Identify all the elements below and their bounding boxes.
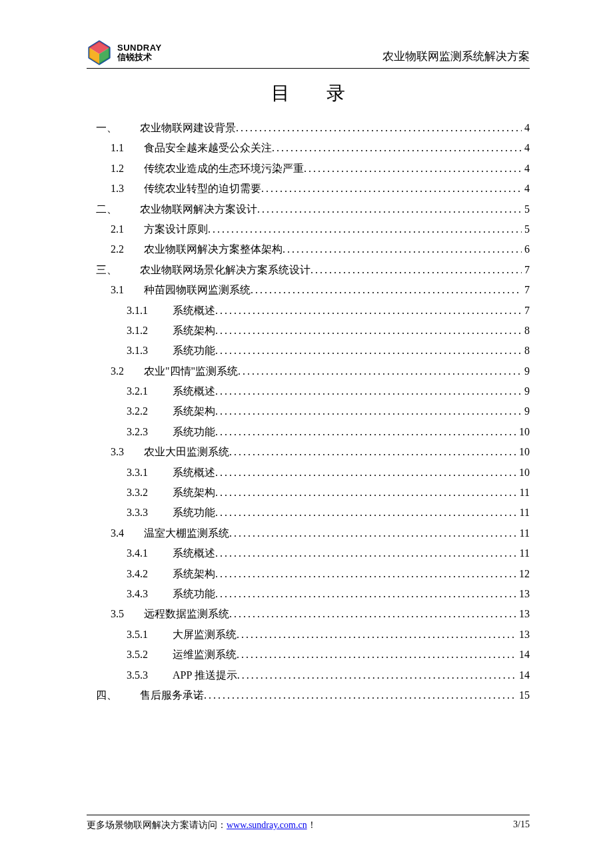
toc-entry-page: 11 [517,543,530,563]
toc-leader-dots [261,179,522,199]
toc-leader-dots [229,604,516,624]
toc-entry-page: 11 [517,483,530,503]
toc-entry-label: 运维监测系统 [173,645,237,665]
toc-entry-label: 大屏监测系统 [173,625,237,645]
toc-entry-label: 远程数据监测系统 [144,604,229,624]
toc-entry-page: 4 [522,138,530,158]
toc-entry-number: 3.4 [111,523,137,543]
toc-leader-dots [283,239,522,259]
footer-suffix: ！ [307,820,316,830]
logo: SUNDRAY 信锐技术 [87,40,162,65]
page-header: SUNDRAY 信锐技术 农业物联网监测系统解决方案 [87,40,530,69]
toc-entry-page: 13 [516,584,530,604]
toc-leader-dots [237,625,516,645]
toc-entry-number: 3.2.1 [127,381,163,401]
toc-entry[interactable]: 3.2农业"四情"监测系统9 [87,361,530,381]
toc-entry-label: 系统功能 [173,341,215,361]
toc-entry[interactable]: 四、售后服务承诺15 [87,685,530,705]
toc-entry-page: 9 [522,361,530,381]
toc-entry-label: 系统概述 [173,463,215,483]
toc-leader-dots [215,401,522,421]
toc-entry[interactable]: 3.5.1大屏监测系统13 [87,625,530,645]
toc-entry-page: 9 [522,401,530,421]
toc-entry-number: 3.4.1 [127,543,163,563]
toc-entry-number: 3.4.3 [127,584,163,604]
toc-leader-dots [304,159,522,179]
toc-entry-label: 系统概述 [173,381,215,401]
logo-text-cn: 信锐技术 [117,53,162,62]
footer-prefix: 更多场景物联网解决方案请访问： [87,820,227,830]
toc-entry-number: 四、 [96,685,128,705]
toc-entry[interactable]: 2.1方案设计原则5 [87,219,530,239]
toc-entry[interactable]: 2.2农业物联网解决方案整体架构6 [87,239,530,259]
footer-link[interactable]: www.sundray.com.cn [227,820,307,830]
toc-entry[interactable]: 3.2.1系统概述9 [87,381,530,401]
toc-entry[interactable]: 3.5.3APP 推送提示14 [87,665,530,685]
toc-entry[interactable]: 3.4温室大棚监测系统11 [87,523,530,543]
toc-entry-label: 农业物联网解决方案设计 [140,199,257,219]
toc-leader-dots [215,422,516,442]
toc-entry[interactable]: 一、农业物联网建设背景4 [87,118,530,138]
toc-entry[interactable]: 三、农业物联网场景化解决方案系统设计7 [87,260,530,280]
sundray-logo-icon [87,40,112,65]
toc-entry[interactable]: 3.4.1系统概述11 [87,543,530,563]
toc-entry-label: 温室大棚监测系统 [144,523,229,543]
table-of-contents: 一、农业物联网建设背景41.1食品安全越来越受公众关注41.2传统农业造成的生态… [87,118,530,705]
toc-leader-dots [257,199,522,219]
toc-entry[interactable]: 3.1种苗园物联网监测系统7 [87,280,530,300]
toc-leader-dots [237,665,516,685]
toc-entry[interactable]: 3.4.2系统架构12 [87,564,530,584]
toc-entry-number: 2.2 [111,239,137,259]
toc-entry[interactable]: 3.5.2运维监测系统14 [87,645,530,665]
document-title: 农业物联网监测系统解决方案 [382,49,530,65]
toc-entry-page: 9 [522,381,530,401]
toc-entry-page: 8 [522,321,530,341]
toc-entry-page: 12 [516,564,530,584]
toc-leader-dots [215,381,522,401]
toc-entry[interactable]: 1.3传统农业转型的迫切需要4 [87,179,530,199]
logo-text-en: SUNDRAY [117,43,162,53]
toc-entry-number: 2.1 [111,219,137,239]
toc-entry[interactable]: 3.3农业大田监测系统10 [87,442,530,462]
toc-entry-page: 5 [522,199,530,219]
toc-entry[interactable]: 3.3.1系统概述10 [87,463,530,483]
toc-entry-number: 3.5.1 [127,625,163,645]
toc-entry[interactable]: 1.2传统农业造成的生态环境污染严重4 [87,159,530,179]
toc-leader-dots [238,361,522,381]
toc-entry-number: 3.3.1 [127,463,163,483]
toc-entry-page: 11 [517,503,530,523]
toc-entry[interactable]: 3.3.2系统架构11 [87,483,530,503]
toc-entry[interactable]: 3.2.3系统功能10 [87,422,530,442]
toc-entry[interactable]: 3.5远程数据监测系统13 [87,604,530,624]
toc-entry[interactable]: 3.1.2系统架构8 [87,321,530,341]
toc-entry-label: 农业物联网解决方案整体架构 [144,239,283,259]
toc-entry-label: 传统农业转型的迫切需要 [144,179,261,199]
toc-entry-label: 农业大田监测系统 [144,442,229,462]
toc-entry[interactable]: 3.1.1系统概述7 [87,301,530,321]
toc-entry-number: 1.3 [111,179,137,199]
toc-entry-number: 3.3.2 [127,483,163,503]
toc-leader-dots [215,543,517,563]
toc-entry-number: 一、 [96,118,128,138]
toc-entry-label: 系统架构 [173,564,215,584]
toc-leader-dots [215,463,516,483]
toc-entry[interactable]: 3.1.3系统功能8 [87,341,530,361]
toc-entry-number: 3.3 [111,442,137,462]
toc-leader-dots [208,219,522,239]
toc-entry[interactable]: 1.1食品安全越来越受公众关注4 [87,138,530,158]
toc-leader-dots [236,118,522,138]
toc-entry[interactable]: 3.4.3系统功能13 [87,584,530,604]
toc-leader-dots [310,260,522,280]
toc-entry-number: 3.2.2 [127,401,163,421]
toc-entry[interactable]: 3.2.2系统架构9 [87,401,530,421]
toc-entry[interactable]: 二、农业物联网解决方案设计5 [87,199,530,219]
toc-entry-number: 三、 [96,260,128,280]
toc-entry-page: 4 [522,159,530,179]
toc-entry-number: 1.1 [111,138,137,158]
toc-entry[interactable]: 3.3.3系统功能11 [87,503,530,523]
toc-entry-number: 3.1.1 [127,301,163,321]
toc-leader-dots [215,503,517,523]
toc-entry-label: APP 推送提示 [173,665,237,685]
toc-entry-number: 3.2 [111,361,137,381]
toc-entry-number: 3.4.2 [127,564,163,584]
